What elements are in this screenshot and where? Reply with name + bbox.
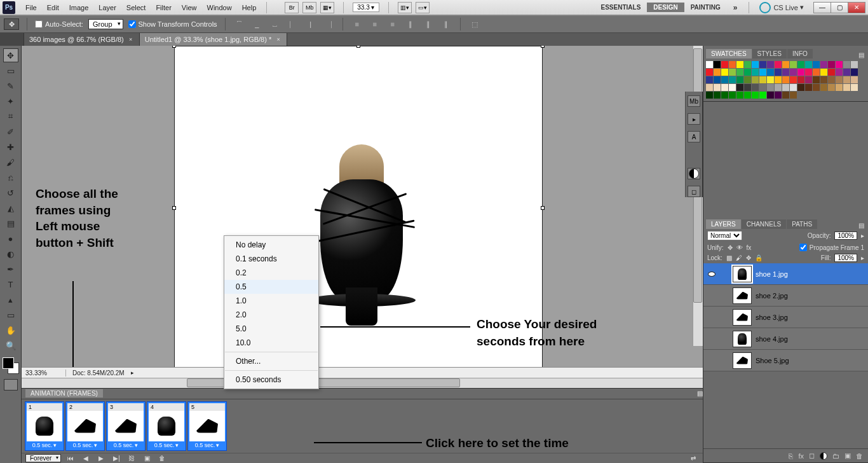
visibility-toggle[interactable] (706, 312, 717, 323)
animation-frame[interactable]: 5 0.5 sec.▾ (188, 402, 226, 450)
swatch[interactable] (706, 84, 713, 91)
blur-tool[interactable]: ● (3, 232, 18, 245)
crop-tool[interactable]: ⌗ (3, 109, 18, 123)
unify-style-icon[interactable]: fx (747, 244, 752, 251)
layer-style-icon[interactable]: fx (798, 452, 804, 460)
canvas-viewport[interactable]: Choose all the frames using Left mouse b… (22, 46, 703, 367)
adjustment-layer-icon[interactable] (820, 452, 827, 460)
first-frame-button[interactable]: ⏮ (65, 453, 76, 462)
frame-delay-dropdown[interactable]: 0.5 sec.▾ (67, 441, 103, 449)
convert-timeline-button[interactable]: ⇄ (688, 453, 699, 462)
swatches-tab[interactable]: SWATCHES (706, 49, 752, 59)
swatch[interactable] (767, 76, 774, 83)
fg-bg-color[interactable] (3, 357, 19, 374)
animation-frame[interactable]: 2 0.5 sec.▾ (66, 402, 104, 450)
swatch[interactable] (851, 76, 858, 83)
zoom-tool[interactable]: 🔍 (3, 338, 18, 352)
menu-help[interactable]: Help (237, 0, 262, 15)
delay-option[interactable]: 2.0 (224, 308, 318, 322)
arrange-docs-icon[interactable]: ▥▾ (398, 2, 412, 13)
lasso-tool[interactable]: ✎ (3, 79, 18, 93)
swatch[interactable] (797, 61, 804, 68)
align-bottom-icon[interactable]: ⎵ (269, 18, 281, 30)
swatch[interactable] (813, 69, 820, 76)
zoom-level-combo[interactable]: 33.3 ▾ (353, 3, 379, 12)
status-docsize[interactable]: Doc: 8.54M/20.2M (66, 370, 131, 377)
menu-view[interactable]: View (177, 0, 202, 15)
prev-frame-button[interactable]: ◀ (80, 453, 92, 462)
delay-option[interactable]: 0.1 seconds (224, 252, 318, 266)
swatch[interactable] (744, 76, 751, 83)
animation-panel-tab[interactable]: ANIMATION (FRAMES) (25, 389, 103, 397)
document-tab-2[interactable]: Untitled1 @ 33.3% (shoe 1.jpg, RGB/8) * … (140, 33, 288, 46)
new-layer-icon[interactable]: ▣ (844, 452, 851, 460)
shape-tool[interactable]: ▭ (3, 308, 18, 322)
layers-tab[interactable]: LAYERS (706, 219, 741, 229)
swatch[interactable] (836, 61, 843, 68)
frame-delay-dropdown[interactable]: 0.5 sec.▾ (149, 441, 184, 449)
close-tab-icon[interactable]: × (275, 36, 281, 43)
next-frame-button[interactable]: ▶| (111, 453, 122, 462)
swatch[interactable] (836, 76, 843, 83)
swatch[interactable] (759, 92, 766, 99)
hand-tool[interactable]: ✋ (3, 323, 18, 337)
frame-delay-dropdown[interactable]: 0.5 sec.▾ (108, 441, 144, 449)
clonestamp-tool[interactable]: ⎌ (3, 170, 18, 184)
layer-thumbnail[interactable] (733, 309, 752, 326)
healingbrush-tool[interactable]: ✚ (3, 140, 18, 154)
swatch[interactable] (797, 69, 804, 76)
type-tool[interactable]: T (3, 277, 18, 291)
swatch[interactable] (775, 84, 782, 91)
swatches-grid[interactable] (703, 59, 864, 101)
layer-row[interactable]: shoe 2.jpg (703, 285, 868, 307)
historybrush-tool[interactable]: ↺ (3, 186, 18, 200)
opacity-flyout-icon[interactable]: ▸ (861, 232, 864, 239)
swatch[interactable] (744, 84, 751, 91)
swatch[interactable] (851, 61, 858, 68)
swatch[interactable] (797, 84, 804, 91)
swatch[interactable] (828, 69, 835, 76)
swatch[interactable] (775, 92, 782, 99)
swatch[interactable] (752, 92, 759, 99)
swatch[interactable] (782, 76, 789, 83)
lock-transparency-icon[interactable]: ▩ (726, 254, 732, 261)
swatch[interactable] (721, 92, 728, 99)
dist-vcenter-icon[interactable]: ≡ (369, 18, 381, 30)
visibility-toggle[interactable] (706, 333, 717, 345)
swatch[interactable] (714, 61, 721, 68)
swatch[interactable] (744, 61, 751, 68)
auto-select-type-dropdown[interactable]: Group (88, 19, 123, 29)
panel-menu-icon[interactable]: ▤ (697, 390, 703, 397)
swatch[interactable] (843, 69, 850, 76)
layer-thumbnail[interactable] (733, 331, 752, 347)
workspace-painting[interactable]: PAINTING (684, 3, 727, 12)
swatch[interactable] (836, 69, 843, 76)
auto-align-icon[interactable]: ⬚ (468, 18, 481, 30)
gradient-tool[interactable]: ▤ (3, 216, 18, 230)
swatch[interactable] (782, 69, 789, 76)
swatch[interactable] (759, 84, 766, 91)
pen-tool[interactable]: ✒ (3, 262, 18, 276)
swatch[interactable] (706, 92, 713, 99)
workspace-essentials[interactable]: ESSENTIALS (595, 3, 648, 12)
character-panel-icon[interactable]: A (688, 131, 700, 142)
cs-live-menu[interactable]: CS Live ▾ (759, 2, 804, 13)
swatch[interactable] (736, 84, 743, 91)
delay-option[interactable]: 10.0 (224, 336, 318, 350)
swatch[interactable] (790, 61, 797, 68)
swatch[interactable] (736, 76, 743, 83)
swatch[interactable] (767, 92, 774, 99)
swatch[interactable] (736, 92, 743, 99)
unify-position-icon[interactable]: ✥ (728, 244, 733, 251)
dist-left-icon[interactable]: ∥ (404, 18, 417, 30)
swatch[interactable] (836, 84, 843, 91)
swatch[interactable] (790, 92, 797, 99)
layer-thumbnail[interactable] (733, 352, 752, 369)
swatch[interactable] (828, 61, 835, 68)
animation-frame[interactable]: 1 0.5 sec.▾ (25, 402, 64, 450)
bridge-icon[interactable]: Br (285, 2, 299, 13)
frame-delay-dropdown[interactable]: 0.5 sec.▾ (27, 441, 62, 449)
info-tab[interactable]: INFO (787, 49, 813, 59)
swatch[interactable] (775, 61, 782, 68)
swatch[interactable] (843, 84, 850, 91)
